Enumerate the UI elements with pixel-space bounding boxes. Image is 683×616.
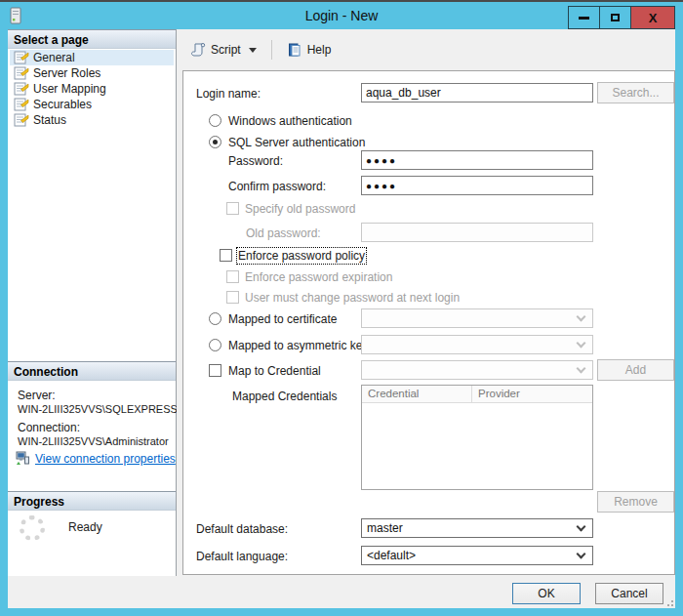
must-change-label: User must change password at next login xyxy=(245,291,460,305)
help-button[interactable]: Help xyxy=(283,39,336,61)
progress-spinner xyxy=(20,515,45,541)
server-value: WIN-2LIII325VVS\SQLEXPRESS xyxy=(18,403,178,415)
chevron-down-icon xyxy=(577,550,586,559)
script-label: Script xyxy=(211,43,241,57)
toolbar: Script Help xyxy=(177,29,675,70)
column-header-credential[interactable]: Credential xyxy=(362,386,472,403)
login-name-label: Login name: xyxy=(196,87,261,101)
progress-header: Progress xyxy=(8,491,176,511)
old-password-label: Old password: xyxy=(246,226,321,240)
resize-grip[interactable] xyxy=(663,596,673,606)
ok-button[interactable]: OK xyxy=(512,583,581,604)
help-label: Help xyxy=(307,43,332,57)
minimize-icon xyxy=(579,17,589,20)
main-area: Script Help Login name: Search... Window… xyxy=(177,29,675,576)
help-icon xyxy=(287,42,302,58)
sidebar-item-general[interactable]: General xyxy=(10,50,174,65)
credential-combobox[interactable] xyxy=(361,360,593,380)
default-language-value: <default> xyxy=(367,549,416,562)
default-language-combobox[interactable]: <default> xyxy=(361,546,593,565)
page-icon xyxy=(14,97,29,112)
sidebar-item-status[interactable]: Status xyxy=(10,112,174,128)
server-label: Server: xyxy=(18,389,56,402)
mapped-certificate-radio[interactable] xyxy=(209,312,221,325)
must-change-checkbox[interactable] xyxy=(226,291,239,304)
map-credential-label: Map to Credential xyxy=(228,364,321,378)
cancel-button[interactable]: Cancel xyxy=(595,583,663,604)
sidebar-item-securables[interactable]: Securables xyxy=(10,97,174,112)
add-button[interactable]: Add xyxy=(597,359,674,381)
connection-value: WIN-2LIII325VVS\Administrator xyxy=(18,435,169,447)
password-label: Password: xyxy=(228,154,283,168)
sidebar-item-label: Server Roles xyxy=(33,66,100,80)
view-connection-properties-link[interactable]: View connection properties xyxy=(35,452,176,466)
maximize-icon xyxy=(611,14,620,21)
chevron-down-icon xyxy=(577,364,586,374)
connection-label: Connection: xyxy=(18,421,80,434)
maximize-button[interactable] xyxy=(600,7,631,28)
default-language-label: Default language: xyxy=(196,550,288,563)
default-database-value: master xyxy=(367,521,403,535)
default-database-label: Default database: xyxy=(196,522,288,536)
chevron-down-icon xyxy=(577,312,586,322)
enforce-policy-label: Enforce password policy xyxy=(238,249,365,263)
sidebar-item-label: Securables xyxy=(33,98,92,111)
certificate-combobox[interactable] xyxy=(361,308,593,328)
map-credential-checkbox[interactable] xyxy=(209,364,221,377)
mapped-certificate-label: Mapped to certificate xyxy=(228,312,337,326)
login-new-dialog: Login - New X Select a page General Serv… xyxy=(0,0,683,616)
login-name-input[interactable] xyxy=(361,83,593,103)
select-a-page-header: Select a page xyxy=(8,29,176,49)
mapped-credentials-table[interactable]: Credential Provider xyxy=(361,385,593,490)
old-password-input[interactable] xyxy=(361,223,593,242)
sql-auth-label: SQL Server authentication xyxy=(228,136,365,149)
search-button[interactable]: Search... xyxy=(597,82,674,103)
toolbar-separator xyxy=(271,40,272,60)
confirm-password-label: Confirm password: xyxy=(228,180,326,193)
mapped-credentials-label: Mapped Credentials xyxy=(232,390,337,403)
sidebar-item-label: User Mapping xyxy=(33,82,106,96)
chevron-down-icon[interactable] xyxy=(249,48,257,53)
sidebar-item-server-roles[interactable]: Server Roles xyxy=(10,65,174,81)
close-button[interactable]: X xyxy=(631,7,674,28)
window-controls: X xyxy=(568,6,675,29)
table-header-row: Credential Provider xyxy=(362,386,592,403)
chevron-down-icon xyxy=(577,522,586,532)
connection-header: Connection xyxy=(8,361,176,381)
enforce-expiration-checkbox[interactable] xyxy=(226,270,239,283)
close-icon: X xyxy=(649,12,658,24)
password-input[interactable] xyxy=(361,150,593,170)
sidebar-item-label: General xyxy=(33,51,75,64)
progress-status: Ready xyxy=(68,520,102,534)
specify-old-password-label: Specify old password xyxy=(245,202,355,216)
general-page-panel: Login name: Search... Windows authentica… xyxy=(182,70,675,575)
script-icon xyxy=(190,42,206,58)
enforce-expiration-label: Enforce password expiration xyxy=(245,270,392,284)
windows-auth-label: Windows authentication xyxy=(228,114,352,128)
connection-properties-icon xyxy=(16,451,30,466)
column-header-provider[interactable]: Provider xyxy=(472,386,592,403)
enforce-policy-checkbox[interactable] xyxy=(220,249,232,262)
sidebar-item-user-mapping[interactable]: User Mapping xyxy=(10,81,174,97)
asymmetric-key-combobox[interactable] xyxy=(361,335,593,354)
dialog-footer: OK Cancel xyxy=(8,576,675,608)
confirm-password-input[interactable] xyxy=(361,176,593,195)
sql-auth-radio[interactable] xyxy=(209,136,221,148)
view-connection-properties[interactable]: View connection properties xyxy=(16,451,176,466)
remove-button[interactable]: Remove xyxy=(597,491,674,513)
sidebar-item-label: Status xyxy=(33,113,66,127)
page-icon xyxy=(14,65,29,81)
minimize-button[interactable] xyxy=(569,7,600,28)
sidebar: Select a page General Server Roles User … xyxy=(8,29,177,576)
default-database-combobox[interactable]: master xyxy=(361,518,593,538)
page-icon xyxy=(14,50,29,65)
titlebar[interactable]: Login - New X xyxy=(0,2,683,29)
mapped-asymmetric-key-radio[interactable] xyxy=(209,339,221,351)
page-icon xyxy=(14,112,29,128)
page-icon xyxy=(14,81,29,97)
specify-old-password-checkbox[interactable] xyxy=(226,202,239,215)
mapped-asymmetric-key-label: Mapped to asymmetric key xyxy=(228,339,368,352)
chevron-down-icon xyxy=(577,339,586,349)
windows-auth-radio[interactable] xyxy=(209,114,221,127)
script-button[interactable]: Script xyxy=(186,39,261,61)
